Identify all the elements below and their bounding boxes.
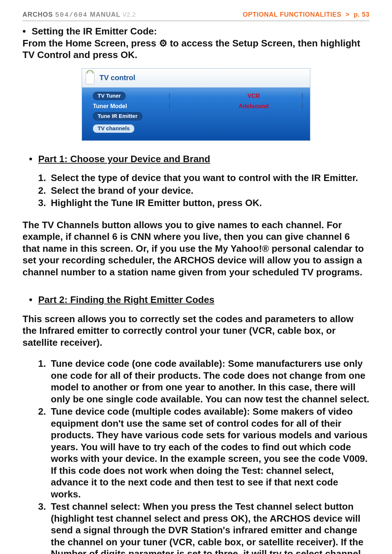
part1-list: Select the type of device that you want … (49, 172, 369, 209)
model-numbers: 504/604 (55, 11, 88, 19)
arrow-right-icon (302, 103, 303, 110)
part1-heading: Part 1: Choose your Device and Brand (38, 153, 210, 164)
part2-heading: Part 2: Finding the Right Emitter Codes (38, 294, 214, 305)
manual-label: MANUAL (90, 11, 121, 18)
bullet-icon: • (29, 153, 36, 165)
intro-bullet-heading: Setting the IR Emitter Code: (32, 26, 157, 37)
nav-left-2 (166, 103, 209, 110)
part2-heading-line: • Part 2: Finding the Right Emitter Code… (29, 294, 369, 306)
value-vcr: VCR (209, 93, 298, 100)
remote-icon (86, 72, 94, 84)
part1-item-3: Highlight the Tune IR Emitter button, pr… (49, 197, 369, 209)
version-label: V2.2 (123, 12, 136, 18)
tv-channels-paragraph: The TV Channels button allows you to giv… (23, 219, 369, 278)
screenshot-body: TV Tuner VCR Tuner Model Adelsound Tune … (82, 87, 310, 138)
nav-right-1 (298, 93, 303, 100)
label-tv-tuner: TV Tuner (93, 92, 166, 100)
part2-item-2: Tune device code (multiple codes availab… (49, 406, 369, 500)
page-content: • Setting the IR Emitter Code: From the … (23, 25, 369, 554)
page-number: p. 53 (354, 11, 369, 18)
gear-icon: ⚙ (159, 38, 167, 49)
part2-list: Tune device code (one code available): S… (49, 358, 369, 554)
screenshot-title: TV control (99, 73, 135, 82)
intro-text-a: From the Home Screen, press (23, 38, 159, 49)
nav-left-1 (166, 93, 209, 100)
part1-item-3-text: Highlight the Tune IR Emitter button, pr… (51, 197, 245, 208)
label-tv-channels: TV channels (93, 124, 166, 133)
pill-tv-tuner: TV Tuner (93, 92, 126, 100)
intro-paragraph: • Setting the IR Emitter Code: From the … (23, 25, 369, 61)
part2-item-1: Tune device code (one code available): S… (49, 358, 369, 405)
row-tune-ir: Tune IR Emitter (93, 111, 303, 122)
part1-heading-line: • Part 1: Choose your Device and Brand (29, 153, 369, 165)
intro-text-c: . (135, 49, 137, 60)
manual-page: ARCHOS 504/604 MANUAL V2.2 OPTIONAL FUNC… (0, 0, 392, 554)
label-tune-ir: Tune IR Emitter (93, 112, 166, 120)
row-tuner-model: Tuner Model Adelsound (93, 101, 303, 111)
arrow-left-icon (169, 93, 170, 99)
row-tv-channels: TV channels (93, 124, 303, 134)
part1-item-2: Select the brand of your device. (49, 185, 369, 197)
ok-icon: OK (121, 49, 135, 60)
section-block: OPTIONAL FUNCTIONALITIES > p. 53 (243, 11, 369, 19)
chevron-right-icon: > (346, 11, 350, 18)
label-tuner-model: Tuner Model (93, 103, 166, 110)
tv-control-screenshot: TV control TV Tuner VCR Tuner Model Adel… (82, 68, 310, 141)
part2-intro: This screen allows you to correctly set … (23, 313, 369, 349)
part2-item-3: Test channel select: When you press the … (49, 501, 369, 554)
row-tv-tuner: TV Tuner VCR (93, 91, 303, 101)
pill-tv-channels: TV channels (93, 124, 134, 133)
brand-block: ARCHOS 504/604 MANUAL V2.2 (23, 11, 136, 19)
arrow-left-icon (169, 103, 170, 110)
screenshot-titlebar: TV control (82, 69, 310, 87)
brand-name: ARCHOS (23, 11, 53, 18)
part1-item-1: Select the type of device that you want … (49, 172, 369, 184)
arrow-right-icon (302, 93, 303, 99)
bullet-icon: • (29, 294, 36, 306)
ok-icon: OK. (245, 197, 262, 208)
page-header: ARCHOS 504/604 MANUAL V2.2 OPTIONAL FUNC… (23, 11, 369, 21)
pill-tune-ir: Tune IR Emitter (93, 112, 142, 120)
value-adelsound: Adelsound (209, 103, 298, 110)
bullet-icon: • (23, 25, 29, 37)
nav-right-2 (298, 103, 303, 110)
section-name: OPTIONAL FUNCTIONALITIES (243, 11, 342, 18)
